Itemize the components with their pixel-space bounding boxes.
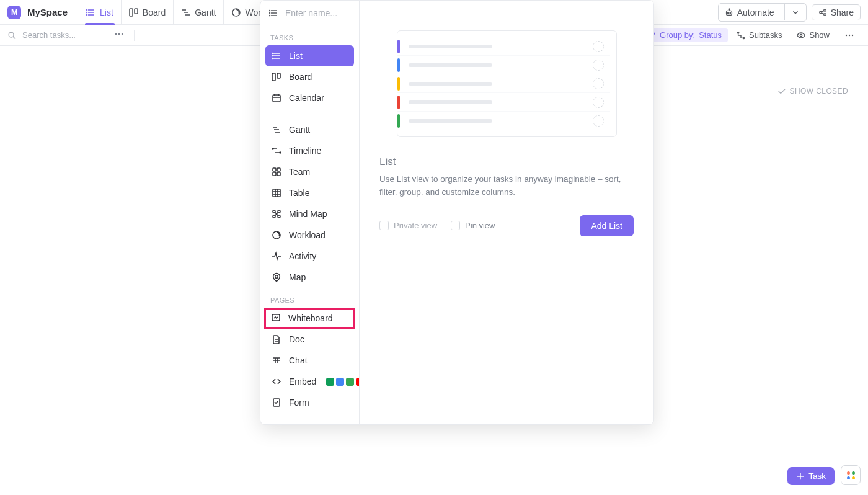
add-view-popover: TASKS List Board Calendar Gantt Timeline… [260, 0, 654, 425]
apps-grid-icon [847, 471, 855, 479]
menu-label: Map [289, 272, 306, 282]
checkbox-label: Pin view [465, 221, 495, 230]
menu-list[interactable]: List [265, 45, 354, 66]
subtasks-icon [737, 31, 745, 40]
pin-view-checkbox[interactable]: Pin view [451, 221, 495, 230]
menu-whiteboard[interactable]: Whiteboard [264, 308, 355, 329]
apps-fab[interactable] [841, 465, 861, 485]
menu-board[interactable]: Board [265, 66, 354, 87]
tab-board[interactable]: Board [122, 0, 174, 24]
search-wrap[interactable] [7, 30, 102, 40]
space-title: MySpace [27, 7, 68, 17]
calendar-icon [272, 93, 281, 103]
search-icon [7, 31, 16, 40]
detail-description: Use List view to organize your tasks in … [379, 173, 634, 199]
menu-label: List [289, 51, 303, 61]
menu-label: Whiteboard [288, 313, 333, 323]
plus-icon [796, 472, 805, 481]
group-value: Status [699, 30, 722, 40]
menu-doc[interactable]: Doc [265, 329, 354, 350]
menu-team[interactable]: Team [265, 161, 354, 182]
section-pages: PAGES [260, 288, 359, 308]
list-icon [86, 7, 96, 17]
tab-label: Gantt [195, 7, 216, 17]
chevron-down-icon [791, 8, 800, 17]
dots-icon [114, 29, 124, 39]
list-icon [272, 51, 281, 61]
menu-label: Timeline [289, 146, 321, 156]
gantt-icon [181, 7, 191, 17]
timeline-icon [272, 146, 281, 156]
view-name-input[interactable] [284, 7, 350, 19]
menu-calendar[interactable]: Calendar [265, 87, 354, 109]
tab-gantt[interactable]: Gantt [174, 0, 224, 24]
embed-icon [272, 377, 281, 386]
view-type-sidebar: TASKS List Board Calendar Gantt Timeline… [260, 1, 360, 424]
menu-label: Team [289, 167, 310, 177]
eye-icon [797, 31, 805, 40]
automate-button[interactable]: Automate [718, 3, 807, 22]
tab-label: List [100, 7, 113, 17]
checkbox-label: Private view [394, 221, 437, 230]
whiteboard-icon [271, 313, 281, 323]
private-view-checkbox[interactable]: Private view [379, 221, 437, 230]
tab-list[interactable]: List [79, 0, 122, 24]
menu-label: Activity [289, 251, 316, 261]
show-button[interactable]: Show [790, 28, 836, 42]
form-icon [272, 398, 281, 408]
add-list-button[interactable]: Add List [580, 215, 634, 236]
workload-icon [272, 230, 281, 240]
menu-label: Gantt [289, 125, 310, 135]
embed-service-icons [326, 378, 360, 386]
menu-label: Table [289, 188, 309, 198]
menu-label: Chat [289, 355, 308, 365]
show-closed-toggle[interactable]: SHOW CLOSED [777, 87, 848, 96]
menu-table[interactable]: Table [265, 182, 354, 203]
menu-label: Doc [289, 334, 304, 344]
separator [134, 30, 135, 41]
activity-icon [272, 251, 281, 261]
subtasks-button[interactable]: Subtasks [730, 28, 788, 42]
list-icon [269, 8, 279, 18]
search-input[interactable] [21, 30, 102, 40]
view-tabs: List Board Gantt Workload [79, 0, 289, 24]
share-label: Share [831, 7, 854, 17]
menu-form[interactable]: Form [265, 392, 354, 413]
menu-label: Embed [289, 377, 316, 386]
divider [269, 114, 350, 114]
team-icon [272, 167, 281, 177]
share-icon [818, 8, 827, 17]
fab-label: Task [808, 471, 826, 481]
automate-label: Automate [737, 7, 774, 17]
share-button[interactable]: Share [812, 4, 861, 20]
menu-activity[interactable]: Activity [265, 246, 354, 267]
automate-chevron[interactable] [784, 4, 806, 20]
menu-workload[interactable]: Workload [265, 225, 354, 246]
filterbar-more[interactable] [838, 28, 861, 43]
menu-mindmap[interactable]: Mind Map [265, 203, 354, 225]
list-preview [397, 30, 617, 137]
new-task-fab[interactable]: Task [787, 467, 835, 485]
menu-map[interactable]: Map [265, 267, 354, 288]
space-avatar[interactable]: M [7, 6, 21, 19]
menu-chat[interactable]: Chat [265, 350, 354, 371]
menu-label: Workload [289, 230, 326, 240]
chat-icon [272, 355, 281, 365]
dots-icon [844, 30, 854, 40]
section-tasks: TASKS [260, 25, 359, 45]
show-label: Show [809, 30, 830, 40]
gantt-icon [272, 125, 281, 135]
menu-gantt[interactable]: Gantt [265, 119, 354, 140]
map-icon [272, 272, 281, 282]
checkbox-box [451, 221, 460, 230]
search-more[interactable] [114, 29, 124, 41]
menu-label: Form [289, 398, 309, 408]
menu-embed[interactable]: Embed [265, 371, 354, 392]
menu-timeline[interactable]: Timeline [265, 140, 354, 161]
mindmap-icon [272, 209, 281, 219]
menu-label: Mind Map [289, 209, 327, 219]
group-prefix: Group by: [660, 30, 695, 40]
board-icon [129, 7, 139, 17]
group-by-button[interactable]: Group by: Status [641, 28, 728, 42]
subtasks-label: Subtasks [749, 30, 782, 40]
